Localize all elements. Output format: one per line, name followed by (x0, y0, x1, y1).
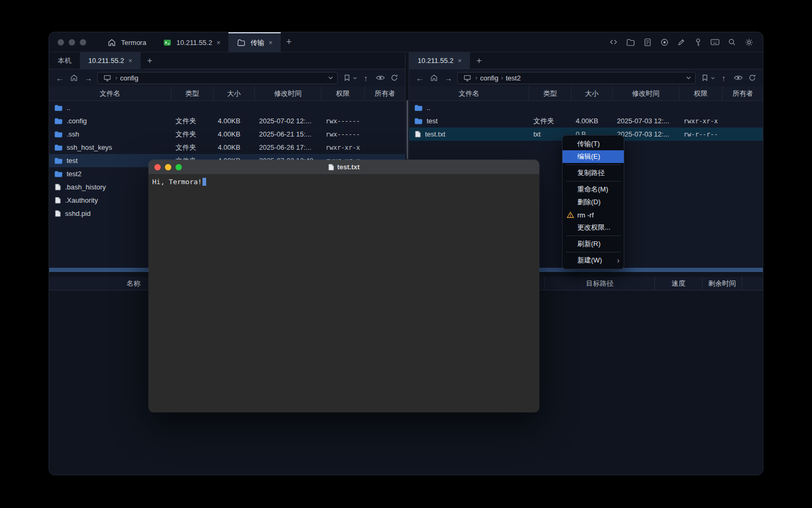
warning-icon (567, 170, 577, 176)
pane-tab-host[interactable]: 10.211.55.2 × (409, 52, 470, 69)
file-type: 文件夹 (171, 143, 214, 152)
refresh-icon[interactable] (747, 72, 758, 83)
column-header-permissions[interactable]: 权限 (321, 86, 365, 101)
path-dropdown-icon[interactable] (686, 76, 691, 79)
scrollbar-thumb[interactable] (407, 100, 408, 159)
context-menu-item[interactable]: 刷新(R) (562, 238, 624, 250)
path-segments: ›config›test2 (475, 74, 521, 82)
back-button[interactable]: ← (54, 74, 65, 83)
folder-icon (54, 104, 62, 111)
close-icon[interactable]: × (128, 57, 133, 64)
close-button[interactable] (154, 164, 161, 170)
column-header-mtime[interactable]: 修改时间 (255, 86, 321, 101)
column-header-size[interactable]: 大小 (571, 86, 613, 101)
log-icon[interactable] (642, 37, 652, 47)
column-header-owner[interactable]: 所有者 (723, 86, 763, 101)
parent-directory-button[interactable]: ↑ (361, 74, 371, 83)
right-pane-tabs: 10.211.55.2 × + (409, 52, 763, 69)
path-bar[interactable]: ›config›test2 (457, 72, 696, 84)
minimize-window-button[interactable] (69, 39, 75, 46)
column-header-type[interactable]: 类型 (529, 86, 571, 101)
parent-directory-button[interactable]: ↑ (718, 74, 729, 83)
back-button[interactable]: ← (414, 74, 425, 83)
transfer-column-target-path[interactable]: 目标路径 (545, 277, 655, 290)
key-icon[interactable] (693, 37, 703, 47)
zoom-button[interactable] (176, 164, 182, 170)
eye-icon[interactable] (733, 72, 743, 83)
column-header-type[interactable]: 类型 (171, 86, 214, 101)
context-menu-item[interactable]: 传输(T) (562, 138, 624, 150)
add-pane-tab-button[interactable]: + (141, 52, 159, 69)
column-header-name[interactable]: 文件名 (409, 86, 529, 101)
context-menu-item[interactable]: 更改权限... (562, 221, 624, 234)
eye-icon[interactable] (375, 72, 385, 83)
column-header-name[interactable]: 文件名 (49, 86, 171, 101)
context-menu-item[interactable]: 编辑(E) (562, 150, 624, 163)
forward-button[interactable]: → (443, 74, 454, 83)
file-type: 文件夹 (171, 116, 214, 126)
column-header-permissions[interactable]: 权限 (679, 86, 723, 101)
folder-icon[interactable] (625, 37, 635, 47)
file-row[interactable]: .ssh 文件夹 4.00KB 2025-06-21 15:... rwx---… (49, 128, 405, 141)
edit-icon[interactable] (676, 37, 686, 47)
file-name: .ssh (67, 130, 79, 138)
path-bar[interactable]: ›config (97, 72, 338, 84)
keyboard-icon[interactable] (710, 37, 720, 47)
close-window-button[interactable] (58, 39, 64, 46)
column-header-size[interactable]: 大小 (214, 86, 255, 101)
file-mtime: 2025-06-26 17:... (255, 143, 321, 151)
record-icon[interactable] (659, 37, 669, 47)
close-icon[interactable]: × (216, 39, 220, 46)
path-segment[interactable]: config (120, 74, 139, 82)
context-menu-item[interactable]: 重命名(M) (562, 183, 624, 196)
minimize-button[interactable] (165, 164, 171, 170)
zoom-window-button[interactable] (80, 39, 86, 46)
add-tab-button[interactable]: + (281, 32, 298, 52)
column-header-owner[interactable]: 所有者 (365, 86, 405, 101)
context-menu-item-label: 复制路径 (577, 168, 605, 178)
path-segment[interactable]: config (480, 74, 499, 82)
editor-titlebar[interactable]: test.txt (149, 160, 539, 175)
file-row[interactable]: .. (409, 101, 763, 114)
bookmark-button[interactable] (699, 72, 715, 83)
path-dropdown-icon[interactable] (328, 76, 333, 79)
file-row[interactable]: test 文件夹 4.00KB 2025-07-03 12:... rwxr-x… (409, 114, 763, 128)
editor-content[interactable]: Hi, Termora! (149, 175, 539, 412)
submenu-arrow-icon: › (617, 256, 620, 265)
context-menu-item[interactable]: rm -rf (562, 208, 624, 221)
file-row[interactable]: ssh_host_keys 文件夹 4.00KB 2025-06-26 17:.… (49, 141, 405, 154)
close-icon[interactable]: × (269, 39, 273, 46)
file-row[interactable]: .. (49, 101, 405, 114)
home-button[interactable] (69, 72, 79, 83)
forward-button[interactable]: → (83, 74, 94, 83)
add-pane-tab-button[interactable]: + (470, 52, 488, 69)
file-icon (54, 210, 61, 217)
transfer-column-tail (742, 277, 763, 290)
code-icon[interactable] (608, 37, 619, 47)
tab-transfer[interactable]: 传输 × (228, 32, 281, 52)
settings-icon[interactable] (744, 37, 754, 47)
file-row[interactable]: .config 文件夹 4.00KB 2025-07-02 12:... rwx… (49, 114, 405, 128)
transfer-column-speed[interactable]: 速度 (655, 277, 703, 290)
transfer-column-remaining[interactable]: 剩余时间 (703, 277, 742, 290)
close-icon[interactable]: × (458, 57, 462, 64)
context-menu-item[interactable]: 删除(D) (562, 196, 624, 208)
tab-termora[interactable]: Termora (99, 32, 154, 52)
path-segment[interactable]: test2 (506, 74, 521, 82)
text-cursor (202, 178, 206, 186)
pane-tab-local[interactable]: 本机 (49, 52, 80, 69)
pane-tab-host[interactable]: 10.211.55.2 × (80, 52, 141, 69)
search-icon[interactable] (727, 37, 737, 47)
titlebar-actions (608, 32, 763, 52)
context-menu-item[interactable]: 新建(W) › (562, 254, 624, 267)
bookmark-button[interactable] (342, 72, 357, 83)
column-header-mtime[interactable]: 修改时间 (613, 86, 679, 101)
context-menu-item[interactable]: 复制路径 (562, 167, 624, 179)
tab-host[interactable]: 10.211.55.2 × (154, 32, 228, 52)
window-controls (49, 32, 99, 52)
menu-separator (566, 252, 621, 252)
editor-title-text: test.txt (337, 163, 360, 171)
home-button[interactable] (429, 72, 439, 83)
refresh-icon[interactable] (389, 72, 400, 83)
warning-icon (567, 186, 577, 193)
